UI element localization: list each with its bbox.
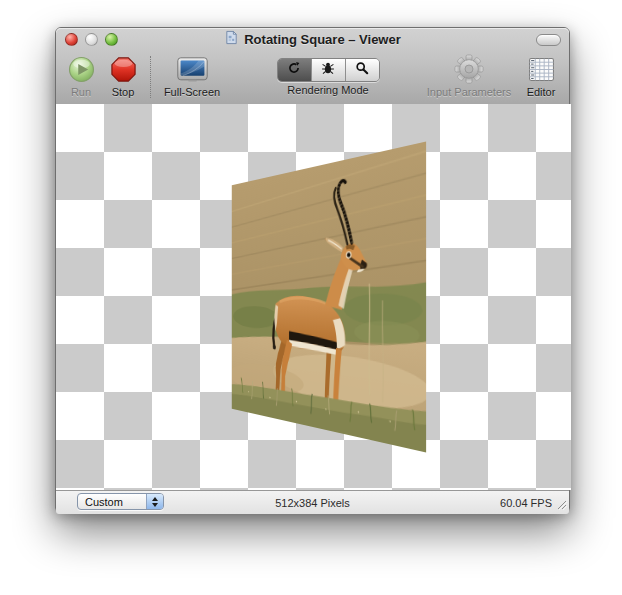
gazelle-image: [232, 141, 426, 452]
stop-button[interactable]: Stop: [103, 54, 143, 98]
gear-icon: [454, 54, 484, 84]
toolbar-toggle-pill-button[interactable]: [536, 34, 561, 46]
viewer-window: Rotating Square – Viewer: [55, 27, 570, 512]
rendering-mode-group: Rendering Mode: [273, 54, 383, 96]
segment-debug[interactable]: [311, 59, 345, 81]
segment-inspect[interactable]: [345, 59, 379, 81]
editor-label: Editor: [527, 86, 556, 98]
spreadsheet-icon: [528, 54, 555, 84]
magnifier-icon: [355, 61, 369, 79]
fps-text: 60.04 FPS: [500, 497, 552, 509]
minimize-button[interactable]: [85, 33, 98, 46]
resolution-text: 512x384 Pixels: [275, 497, 350, 509]
input-parameters-button[interactable]: Input Parameters: [414, 54, 524, 98]
window-title: Rotating Square – Viewer: [244, 32, 401, 47]
stop-octagon-icon: [110, 54, 137, 84]
rendering-mode-segmented-control: [277, 58, 380, 82]
run-label: Run: [71, 86, 91, 98]
window-header: Rotating Square – Viewer: [56, 28, 569, 105]
run-button[interactable]: Run: [61, 54, 101, 98]
zoom-button[interactable]: [105, 33, 118, 46]
document-proxy-icon[interactable]: [224, 30, 239, 49]
rotating-square: [232, 141, 426, 452]
render-canvas: [56, 104, 571, 490]
segment-render-rotate[interactable]: [278, 59, 311, 81]
display-icon: [177, 54, 208, 84]
close-button[interactable]: [65, 33, 78, 46]
rotate-arrow-icon: [287, 61, 301, 79]
play-circle-icon: [68, 54, 95, 84]
toolbar: Run Stop: [56, 51, 569, 104]
bug-icon: [321, 61, 335, 79]
editor-button[interactable]: Editor: [519, 54, 563, 98]
fullscreen-label: Full-Screen: [164, 86, 220, 98]
resize-grip[interactable]: [555, 498, 567, 512]
fullscreen-button[interactable]: Full-Screen: [154, 54, 230, 98]
toolbar-separator: [150, 56, 151, 98]
titlebar[interactable]: Rotating Square – Viewer: [56, 28, 569, 51]
rendering-mode-label: Rendering Mode: [287, 84, 368, 96]
input-parameters-label: Input Parameters: [427, 86, 511, 98]
stop-label: Stop: [112, 86, 135, 98]
status-bar: Custom 512x384 Pixels 60.04 FPS: [56, 490, 569, 514]
